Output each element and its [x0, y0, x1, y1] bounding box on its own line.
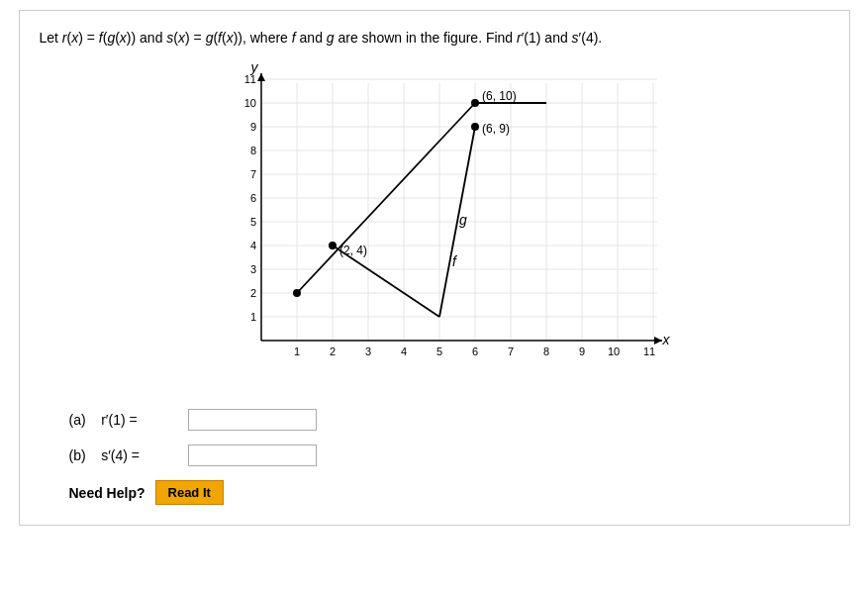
part-b-label: (b) s′(4) =	[69, 447, 188, 463]
svg-text:5: 5	[249, 216, 255, 228]
point-1-2	[293, 289, 301, 297]
graph-area: y x 1 2 3 4 5 6 7 8 9 10 11 1 2 3	[40, 58, 829, 395]
inputs-area: (a) r′(1) = (b) s′(4) =	[40, 409, 829, 466]
svg-text:11: 11	[642, 345, 654, 357]
svg-text:6: 6	[249, 192, 255, 204]
svg-text:7: 7	[249, 168, 255, 180]
x-axis-label: x	[661, 332, 670, 347]
svg-text:2: 2	[249, 287, 255, 299]
svg-text:7: 7	[507, 345, 513, 357]
svg-text:2: 2	[329, 345, 335, 357]
label-6-9: (6, 9)	[482, 122, 510, 136]
label-6-10: (6, 10)	[482, 89, 517, 103]
svg-text:1: 1	[249, 311, 255, 323]
svg-text:10: 10	[243, 97, 255, 109]
svg-text:8: 8	[542, 345, 548, 357]
g-label: g	[459, 212, 467, 228]
part-b-paren: (b)	[69, 447, 86, 463]
svg-text:6: 6	[471, 345, 477, 357]
svg-text:4: 4	[249, 240, 255, 251]
svg-text:8: 8	[249, 145, 255, 156]
need-help-label: Need Help?	[69, 485, 145, 501]
label-2-4: (2, 4)	[339, 244, 367, 257]
part-b-expr: s′(4) =	[101, 447, 140, 463]
svg-text:10: 10	[607, 345, 619, 357]
point-6-9	[471, 123, 479, 131]
part-a-paren: (a)	[69, 412, 86, 428]
svg-text:3: 3	[364, 345, 370, 357]
svg-text:1: 1	[293, 345, 299, 357]
problem-statement: Let r(x) = f(g(x)) and s(x) = g(f(x)), w…	[40, 27, 829, 49]
svg-text:5: 5	[435, 345, 441, 357]
svg-text:11: 11	[243, 73, 255, 85]
graph-svg: y x 1 2 3 4 5 6 7 8 9 10 11 1 2 3	[197, 58, 672, 395]
part-b-row: (b) s′(4) =	[69, 444, 829, 466]
point-6-10	[471, 99, 479, 107]
part-a-expr: r′(1) =	[101, 412, 137, 428]
svg-text:9: 9	[249, 121, 255, 133]
part-b-input[interactable]	[188, 444, 317, 466]
svg-text:3: 3	[249, 263, 255, 275]
help-row: Need Help? Read It	[40, 480, 829, 505]
part-a-input[interactable]	[188, 409, 317, 431]
svg-text:9: 9	[578, 345, 584, 357]
part-a-label: (a) r′(1) =	[69, 412, 188, 428]
svg-text:4: 4	[400, 345, 406, 357]
read-it-button[interactable]: Read It	[155, 480, 224, 505]
part-a-row: (a) r′(1) =	[69, 409, 829, 431]
svg-rect-0	[197, 58, 672, 395]
main-container: Let r(x) = f(g(x)) and s(x) = g(f(x)), w…	[19, 10, 850, 526]
point-2-4	[329, 242, 337, 249]
